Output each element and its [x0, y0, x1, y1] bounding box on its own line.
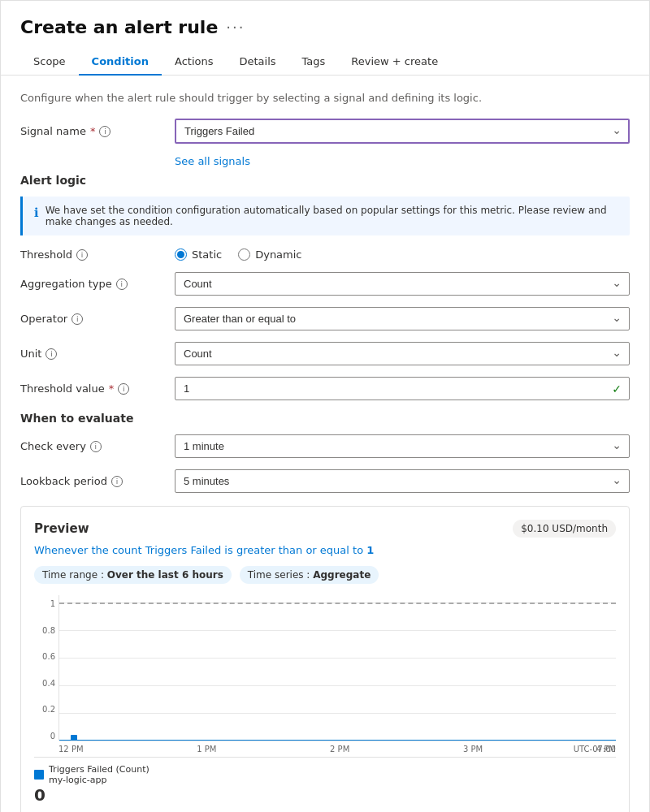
chart-x-labels: 12 PM 1 PM 2 PM 3 PM 4 PM UTC-07:00 — [58, 741, 616, 757]
threshold-value-label: Threshold value — [20, 382, 105, 395]
preview-title: Preview — [34, 521, 89, 536]
cost-badge: $0.10 USD/month — [513, 520, 616, 538]
x-label-3pm: 3 PM — [463, 745, 483, 754]
operator-info-icon[interactable]: i — [72, 313, 83, 325]
threshold-required-indicator: * — [109, 382, 115, 395]
time-series-label: Time series : — [248, 569, 310, 581]
check-every-dropdown[interactable]: 1 minute — [175, 434, 630, 458]
x-label-1pm: 1 PM — [197, 745, 216, 754]
info-banner-text: We have set the condition configuration … — [46, 205, 618, 227]
when-to-evaluate-section-title: When to evaluate — [20, 412, 630, 425]
x-label-2pm: 2 PM — [330, 745, 349, 754]
threshold-label: Threshold — [20, 248, 72, 261]
y-label-08: 0.8 — [42, 626, 55, 635]
time-series-value: Aggregate — [313, 569, 370, 581]
time-range-value: Over the last 6 hours — [107, 569, 223, 581]
grid-line-06 — [59, 658, 616, 659]
threshold-row: Threshold i Static Dynamic — [20, 248, 630, 261]
page-title: Create an alert rule — [20, 17, 218, 37]
lookback-period-label: Lookback period — [20, 475, 107, 487]
x-label-12pm: 12 PM — [58, 745, 84, 754]
tab-details[interactable]: Details — [226, 49, 288, 76]
chart-legend: Triggers Failed (Count) my-logic-app 0 — [34, 764, 616, 805]
lookback-period-info-icon[interactable]: i — [111, 476, 123, 487]
unit-row: Unit i Count — [20, 342, 630, 365]
check-every-info-icon[interactable]: i — [90, 441, 102, 452]
preview-chart: 1 0.8 0.6 0.4 0.2 0 — [34, 595, 616, 758]
preview-description: Whenever the count Triggers Failed is gr… — [34, 544, 616, 556]
legend-name: Triggers Failed (Count) — [49, 764, 150, 775]
threshold-static-label: Static — [192, 248, 222, 261]
y-label-1: 1 — [50, 599, 55, 608]
alert-logic-section-title: Alert logic — [20, 174, 630, 187]
threshold-value-row: Threshold value * i 1 ✓ — [20, 377, 630, 400]
legend-item: Triggers Failed (Count) my-logic-app — [34, 764, 616, 785]
check-every-row: Check every i 1 minute — [20, 434, 630, 458]
grid-line-02 — [59, 713, 616, 714]
aggregation-type-row: Aggregation type i Count — [20, 272, 630, 296]
tab-condition[interactable]: Condition — [79, 49, 162, 76]
check-every-label: Check every — [20, 440, 86, 452]
signal-name-dropdown[interactable]: Triggers Failed — [175, 119, 630, 144]
aggregation-type-label: Aggregation type — [20, 278, 112, 290]
operator-row: Operator i Greater than or equal to — [20, 307, 630, 330]
tab-review-create[interactable]: Review + create — [338, 49, 451, 76]
info-banner-icon: ℹ — [34, 205, 39, 220]
operator-label: Operator — [20, 313, 67, 325]
see-all-signals-link[interactable]: See all signals — [175, 155, 630, 167]
y-label-04: 0.4 — [42, 679, 55, 688]
unit-label: Unit — [20, 348, 41, 360]
preview-description-value: 1 — [366, 544, 374, 556]
threshold-info-icon[interactable]: i — [76, 249, 88, 261]
legend-value: 0 — [34, 785, 616, 805]
lookback-period-dropdown[interactable]: 5 minutes — [175, 469, 630, 493]
preview-section: Preview $0.10 USD/month Whenever the cou… — [20, 506, 630, 812]
unit-info-icon[interactable]: i — [46, 348, 57, 360]
signal-name-row: Signal name * i Triggers Failed — [20, 119, 630, 144]
tab-scope[interactable]: Scope — [20, 49, 79, 76]
time-series-pill[interactable]: Time series : Aggregate — [240, 566, 379, 584]
chart-bar-1 — [71, 735, 77, 741]
tag-pills-row: Time range : Over the last 6 hours Time … — [34, 566, 616, 584]
threshold-static-radio[interactable] — [175, 248, 187, 261]
grid-line-08 — [59, 630, 616, 631]
threshold-value-info-icon[interactable]: i — [118, 383, 129, 395]
tab-actions[interactable]: Actions — [162, 49, 227, 76]
preview-description-prefix: Whenever the count Triggers Failed is gr… — [34, 544, 363, 556]
legend-color-swatch — [34, 770, 44, 780]
operator-dropdown[interactable]: Greater than or equal to — [175, 307, 630, 330]
x-label-utc: UTC-07:00 — [574, 745, 616, 754]
threshold-value-input[interactable]: 1 — [175, 377, 630, 400]
signal-name-info-icon[interactable]: i — [99, 126, 110, 137]
threshold-dynamic-label: Dynamic — [255, 248, 301, 261]
y-label-0: 0 — [50, 732, 55, 741]
section-description: Configure when the alert rule should tri… — [20, 92, 630, 104]
time-range-label: Time range : — [42, 569, 104, 581]
chart-inner — [58, 595, 616, 741]
info-banner: ℹ We have set the condition configuratio… — [20, 197, 630, 235]
tab-tags[interactable]: Tags — [289, 49, 339, 76]
threshold-dynamic-option[interactable]: Dynamic — [238, 248, 301, 261]
grid-line-04 — [59, 685, 616, 686]
threshold-static-option[interactable]: Static — [175, 248, 222, 261]
signal-name-label: Signal name — [20, 125, 86, 137]
y-label-06: 0.6 — [42, 652, 55, 661]
more-options-button[interactable]: ··· — [226, 19, 245, 36]
threshold-line — [59, 603, 616, 604]
threshold-dynamic-radio[interactable] — [238, 248, 250, 261]
aggregation-type-dropdown[interactable]: Count — [175, 272, 630, 296]
lookback-period-row: Lookback period i 5 minutes — [20, 469, 630, 493]
legend-resource: my-logic-app — [49, 775, 150, 785]
unit-dropdown[interactable]: Count — [175, 342, 630, 365]
aggregation-type-info-icon[interactable]: i — [116, 279, 128, 290]
time-range-pill[interactable]: Time range : Over the last 6 hours — [34, 566, 232, 584]
chart-y-axis: 1 0.8 0.6 0.4 0.2 0 — [34, 595, 58, 741]
threshold-check-icon: ✓ — [612, 382, 622, 395]
y-label-02: 0.2 — [42, 705, 55, 714]
navigation-tabs: Scope Condition Actions Details Tags Rev… — [20, 49, 630, 75]
required-indicator: * — [90, 125, 96, 137]
